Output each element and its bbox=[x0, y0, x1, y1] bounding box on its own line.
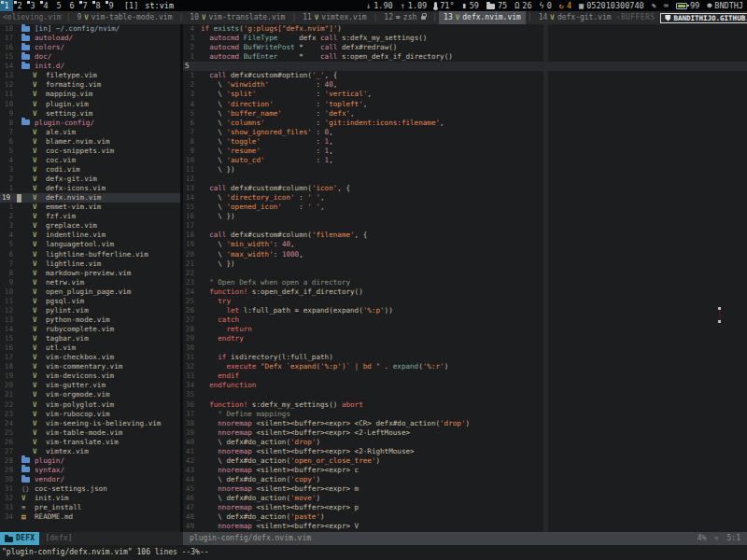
code-line[interactable]: 4 \ 'direction' : 'topleft', bbox=[183, 100, 747, 109]
tree-item-greplace.vim[interactable]: 3Vgreplace.vim bbox=[0, 221, 180, 231]
workspace-tag-5[interactable]: 5 bbox=[52, 0, 65, 11]
tree-item-vim-gutter.vim[interactable]: 20Vvim-gutter.vim bbox=[0, 381, 180, 390]
code-line[interactable]: 3 \ 'split' : 'vertical', bbox=[183, 90, 747, 99]
tree-item-lightline-bufferline.vim[interactable]: 6Vlightline-bufferline.vim bbox=[0, 250, 180, 259]
tree-item-rubycomplete.vim[interactable]: 14Vrubycomplete.vim bbox=[0, 325, 180, 334]
tree-item-vim-orgmode.vim[interactable]: 21Vvim-orgmode.vim bbox=[0, 390, 180, 399]
code-line[interactable]: 1 autocmd BufEnter * call s:open_defx_if… bbox=[183, 52, 747, 62]
code-line[interactable]: 45 nnoremap <silent><buffer><expr> m bbox=[183, 484, 747, 494]
tree-item-preinstall[interactable]: 33≡pre_install bbox=[0, 503, 180, 512]
tree-item-defx-git.vim[interactable]: 2Vdefx-git.vim bbox=[0, 175, 180, 184]
tree-item-defx-icons.vim[interactable]: 1Vdefx-icons.vim bbox=[0, 184, 180, 193]
code-line[interactable]: 10 \ 'auto_cd' : 1, bbox=[183, 156, 747, 165]
tree-item-netrw.vim[interactable]: 9Vnetrw.vim bbox=[0, 278, 180, 287]
code-line[interactable]: 26 let l:full_path = expand(expand('%:p'… bbox=[183, 306, 747, 315]
code-line[interactable]: 32 execute "Defx `expand('%:p')` | bd " … bbox=[183, 362, 747, 371]
buffer-tab-vim-table-mode.vim[interactable]: 9Vvim-table-mode.vim bbox=[72, 11, 176, 24]
tree-item-doc[interactable]: 15doc/ bbox=[0, 52, 180, 62]
code-line[interactable]: 25 try bbox=[183, 297, 747, 306]
tree-item-coc.vim[interactable]: 4Vcoc.vim bbox=[0, 156, 180, 165]
tree-item-vim-polyglot.vim[interactable]: 22Vvim-polyglot.vim bbox=[0, 400, 180, 410]
code-line[interactable]: 9 \ 'resume' : 1, bbox=[183, 147, 747, 156]
code-line[interactable]: 6 \ 'columns' : 'git:indent:icons:filena… bbox=[183, 119, 747, 128]
tree-item-indentline.vim[interactable]: 4Vindentline.vim bbox=[0, 231, 180, 240]
tree-item-plugin[interactable]: 28plugin/ bbox=[0, 456, 180, 466]
code-line[interactable]: 12 bbox=[183, 175, 747, 184]
tree-item-python-mode.vim[interactable]: 13Vpython-mode.vim bbox=[0, 315, 180, 325]
code-line[interactable]: 19 \ 'min_width': 40, bbox=[183, 240, 747, 249]
code-line[interactable]: 30 bbox=[183, 343, 747, 353]
workspace-tag-7[interactable]: 7 bbox=[78, 0, 92, 11]
code-line[interactable]: 3 autocmd FileType defx call s:defx_my_s… bbox=[183, 34, 747, 43]
tree-item-vim-checkbox.vim[interactable]: 17Vvim-checkbox.vim bbox=[0, 353, 180, 362]
tree-item-emmet-vim.vim[interactable]: 1Vemmet-vim.vim bbox=[0, 203, 180, 212]
code-line[interactable]: 13 call defx#custom#column('icon', { bbox=[183, 184, 747, 193]
tree-item-colors[interactable]: 16colors/ bbox=[0, 43, 180, 52]
buffer-tab-defx.nvim.vim[interactable]: 13Vdefx.nvim.vim bbox=[439, 11, 526, 24]
code-line[interactable]: 1 call defx#custom#option('_', { bbox=[183, 71, 747, 80]
code-line[interactable]: 11 \ }) bbox=[183, 165, 747, 175]
code-line[interactable]: 7 \ 'show_ignored_files' : 0, bbox=[183, 128, 747, 137]
tree-item-vim-rubocop.vim[interactable]: 23Vvim-rubocop.vim bbox=[0, 410, 180, 419]
code-line[interactable]: 28 return bbox=[183, 325, 747, 334]
code-line[interactable]: 48 \ defx#do_action('paste') bbox=[183, 512, 747, 522]
tree-item-syntax[interactable]: 29syntax/ bbox=[0, 466, 180, 475]
code-line[interactable]: 22 bbox=[183, 269, 747, 278]
buffer-tab-vimtex.vim[interactable]: 11Vvimtex.vim bbox=[298, 11, 371, 24]
code-line[interactable]: 23 " Open Defx when open a directory bbox=[183, 278, 747, 287]
code-line[interactable]: 49 nnoremap <silent><buffer><expr> V bbox=[183, 522, 747, 531]
code-line[interactable]: 2 autocmd BufWritePost * call defx#redra… bbox=[183, 43, 747, 52]
tree-item-vimtex.vim[interactable]: 27Vvimtex.vim bbox=[0, 447, 180, 456]
code-line[interactable]: 5 bbox=[183, 62, 747, 71]
tree-item-defx.nvim.vim[interactable]: 19Vdefx.nvim.vim bbox=[0, 193, 180, 203]
tree-item-vim-seeing-is-believing.vim[interactable]: 24Vvim-seeing-is-believing.vim bbox=[0, 419, 180, 428]
code-line[interactable]: 16 \ }) bbox=[183, 212, 747, 221]
code-line[interactable]: 27 catch bbox=[183, 315, 747, 325]
tree-item-languagetool.vim[interactable]: 5Vlanguagetool.vim bbox=[0, 240, 180, 249]
tree-item-coc-snippets.vim[interactable]: 5Vcoc-snippets.vim bbox=[0, 147, 180, 156]
code-line[interactable]: 21 \ }) bbox=[183, 259, 747, 269]
code-line[interactable]: 40 \ defx#do_action('drop') bbox=[183, 438, 747, 447]
code-line[interactable]: 44 \ defx#do_action('copy') bbox=[183, 475, 747, 484]
code-line[interactable]: 2 \ 'winwidth' : 40, bbox=[183, 80, 747, 90]
tree-item-codi.vim[interactable]: 3Vcodi.vim bbox=[0, 165, 180, 175]
tree-item-init.vim[interactable]: 32Vinit.vim bbox=[0, 494, 180, 503]
tree-item-ale.vim[interactable]: 7Vale.vim bbox=[0, 128, 180, 137]
workspace-tag-8[interactable]: 8 bbox=[92, 0, 105, 11]
code-line[interactable]: 8 \ 'toggle' : 1, bbox=[183, 137, 747, 147]
code-line[interactable]: 39 nnoremap <silent><buffer><expr> <2-Le… bbox=[183, 428, 747, 438]
buffer-tab-vim-translate.vim[interactable]: 10Vvim-translate.vim bbox=[185, 11, 289, 24]
code-line[interactable]: 15 \ 'opened_icon' : ' ', bbox=[183, 203, 747, 212]
code-line[interactable]: 47 nnoremap <silent><buffer><expr> p bbox=[183, 503, 747, 512]
workspace-tag-2[interactable]: 2 bbox=[13, 0, 26, 11]
tree-item-blamer.nvim.vim[interactable]: 6Vblamer.nvim.vim bbox=[0, 137, 180, 147]
code-line[interactable]: 36 function! s:defx_my_settings() abort bbox=[183, 400, 747, 410]
code-line[interactable]: 24 function! s:open_defx_if_directory() bbox=[183, 287, 747, 297]
tree-item-mapping.vim[interactable]: 11Vmapping.vim bbox=[0, 90, 180, 99]
tree-item-in.confignvim[interactable]: 18[in] ~/.config/nvim/ bbox=[0, 24, 180, 34]
tabline-overflow[interactable]: <elieving.vim bbox=[0, 11, 64, 24]
tree-item-pylint.vim[interactable]: 12Vpylint.vim bbox=[0, 306, 180, 315]
code-line[interactable]: 38 nnoremap <silent><buffer><expr> <CR> … bbox=[183, 419, 747, 428]
tree-item-README.md[interactable]: 34▤README.md bbox=[0, 512, 180, 522]
code-line[interactable]: 34 endfunction bbox=[183, 381, 747, 390]
command-line[interactable]: "plugin-config/defx.nvim.vim" 106 lines … bbox=[0, 545, 747, 560]
code-line[interactable]: 17 bbox=[183, 221, 747, 231]
tree-item-fzf.vim[interactable]: 2Vfzf.vim bbox=[0, 212, 180, 221]
code-line[interactable]: 46 \ defx#do_action('move') bbox=[183, 494, 747, 503]
code-line[interactable]: 31 if isdirectory(l:full_path) bbox=[183, 353, 747, 362]
workspace-tag-6[interactable]: 6 bbox=[65, 0, 78, 11]
tree-item-coc-settings.json[interactable]: 31{}coc-settings.json bbox=[0, 484, 180, 494]
tree-item-init.d[interactable]: 14init.d/ bbox=[0, 62, 180, 71]
layout-indicator[interactable]: [1] bbox=[124, 0, 138, 11]
code-line[interactable]: 20 \ 'max_width': 1000, bbox=[183, 250, 747, 259]
tree-item-vim-translate.vim[interactable]: 26Vvim-translate.vim bbox=[0, 438, 180, 447]
tree-item-lightline.vim[interactable]: 7Vlightline.vim bbox=[0, 259, 180, 269]
code-line[interactable]: 43 nnoremap <silent><buffer><expr> c bbox=[183, 466, 747, 475]
workspace-tag-4[interactable]: 4 bbox=[39, 0, 52, 11]
code-line[interactable]: 4if exists('g:plugs["defx.nvim"]') bbox=[183, 24, 747, 34]
buffer-tab-zsh[interactable]: 12≡zsh bbox=[379, 11, 430, 24]
code-line[interactable]: 37 " Define mappings bbox=[183, 410, 747, 419]
tree-item-setting.vim[interactable]: 9Vsetting.vim bbox=[0, 109, 180, 119]
tree-item-vim-devicons.vim[interactable]: 19Vvim-devicons.vim bbox=[0, 371, 180, 381]
